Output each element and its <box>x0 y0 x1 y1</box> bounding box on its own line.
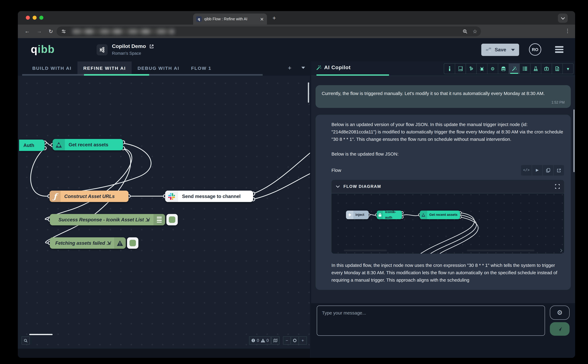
save-button[interactable]: Save <box>481 44 519 56</box>
run-flow-button[interactable] <box>532 165 542 176</box>
node-get-recent-assets[interactable]: Get recent assets <box>52 139 123 150</box>
add-flow-button[interactable]: + <box>288 65 291 72</box>
main-menu-icon[interactable] <box>555 46 563 53</box>
success-output-badge[interactable] <box>166 214 178 225</box>
lock-icon <box>377 211 383 219</box>
message-input-area: ⚙ <box>311 303 575 358</box>
minimize-window-button[interactable] <box>33 16 37 20</box>
docs-tool-button[interactable] <box>455 64 466 74</box>
mini-node-get-recent-assets[interactable]: Get recent assets <box>420 211 460 219</box>
tab-search-button[interactable] <box>558 13 568 23</box>
flow-list-caret[interactable] <box>301 67 305 69</box>
qibb-logo[interactable]: qibb <box>31 43 55 55</box>
iconik-icon <box>420 211 427 219</box>
mini-node-inject[interactable]: inject <box>346 211 369 219</box>
chat-scrollbar[interactable] <box>573 110 575 172</box>
gear-tool-button[interactable]: ⚙ <box>487 64 498 74</box>
assistant-paragraph-2: Below is the updated flow JSON: <box>332 150 564 158</box>
browser-toolbar: ← → ↻ ☆ ⋮ <box>18 25 575 38</box>
new-tab-button[interactable]: + <box>273 15 276 21</box>
minimap-button[interactable] <box>271 336 280 345</box>
mini-wires <box>332 193 564 254</box>
canvas-horizontal-scrollbar[interactable] <box>29 334 52 335</box>
bookmark-star-icon[interactable]: ☆ <box>473 28 477 35</box>
magic-wand-icon <box>316 65 321 70</box>
tab-close-icon[interactable]: ✕ <box>260 17 264 21</box>
send-button[interactable] <box>550 322 569 336</box>
maximize-window-button[interactable] <box>39 16 43 20</box>
branch-tool-button[interactable] <box>466 64 476 74</box>
node-auth[interactable]: Auth <box>19 140 45 151</box>
function-icon: ƒ <box>50 191 61 202</box>
artifact-actions <box>521 165 564 176</box>
assistant-paragraph-3: In this updated flow, the inject node no… <box>332 262 564 284</box>
flow-icon <box>97 44 108 55</box>
issues-counter[interactable]: 0 0 <box>249 336 271 345</box>
mini-node-iconik-auth[interactable]: iconik-auth <box>377 211 402 219</box>
tab-flow-1[interactable]: FLOW 1 <box>185 61 217 76</box>
canvas-search-button[interactable] <box>21 336 30 345</box>
copy-button[interactable] <box>542 165 553 176</box>
info-tool-button[interactable] <box>444 64 455 74</box>
user-message-text: Currently, the flow is triggered manuall… <box>322 91 545 96</box>
zoom-reset-button[interactable] <box>291 336 299 345</box>
user-avatar[interactable]: RO <box>529 43 541 56</box>
node-construct-asset-urls[interactable]: ƒ Construct Asset URLs <box>50 191 129 202</box>
medkit-tool-button[interactable] <box>541 64 552 74</box>
back-button[interactable]: ← <box>25 28 30 34</box>
screen: q qibb Flow : Refine with AI ✕ + ← → ↻ <box>0 0 588 364</box>
forward-button[interactable]: → <box>37 28 42 34</box>
message-timestamp: 1:52 PM <box>322 100 565 106</box>
chat-settings-button[interactable]: ⚙ <box>550 306 569 320</box>
artifact-label: Flow <box>332 167 341 174</box>
save-options-caret[interactable] <box>511 49 515 51</box>
node-fetching-failed[interactable]: Fetching assets failed ⇲ <box>50 237 126 249</box>
node-slack-send-message[interactable]: Send message to channel <box>165 191 253 202</box>
flow-diagram-header[interactable]: FLOW DIAGRAM <box>332 180 564 193</box>
failed-output-badge[interactable] <box>127 237 138 249</box>
send-plane-icon <box>557 326 563 332</box>
site-settings-icon[interactable] <box>60 28 67 35</box>
assistant-message-bubble: q Below is an updated version of your fl… <box>315 115 571 290</box>
zoom-page-icon[interactable] <box>463 29 468 34</box>
document-tool-button[interactable] <box>552 64 562 74</box>
view-code-button[interactable] <box>521 165 532 176</box>
canvas-vertical-scrollbar[interactable] <box>308 82 309 103</box>
space-name: Roman's Space <box>112 51 141 56</box>
layers-tool-button[interactable] <box>498 64 509 74</box>
flow-diagram-preview[interactable]: inject iconik-auth <box>332 193 564 254</box>
message-input[interactable] <box>317 306 545 336</box>
assistant-paragraph-1: Below is an updated version of your flow… <box>332 121 564 143</box>
tab-build-with-ai[interactable]: BUILD WITH AI <box>26 61 77 76</box>
browser-tab[interactable]: q qibb Flow : Refine with AI ✕ <box>193 13 267 25</box>
node-success-response[interactable]: Success Response - Iconik Asset List ⇲ <box>50 214 165 225</box>
toolbar-more-caret[interactable]: ▾ <box>562 64 573 74</box>
traffic-lights <box>26 16 43 20</box>
canvas-bottom-strip <box>18 349 310 358</box>
flow-canvas[interactable]: Auth Get recent assets ƒ Construct Asset… <box>18 76 310 358</box>
flask-tool-button[interactable] <box>530 64 541 74</box>
copilot-tool-button[interactable] <box>509 64 519 74</box>
open-flow-icon[interactable] <box>149 44 154 49</box>
gear-icon: ⚙ <box>557 309 563 316</box>
diagram-scroll-mark <box>344 250 387 251</box>
flow-diagram-card: FLOW DIAGRAM <box>332 180 564 254</box>
close-window-button[interactable] <box>26 16 30 20</box>
tab-refine-with-ai[interactable]: REFINE WITH AI <box>77 61 132 76</box>
flow-title: Copilot Demo <box>112 43 146 50</box>
output-list-icon <box>153 214 165 225</box>
open-external-button[interactable] <box>553 165 564 176</box>
bug-tool-button[interactable] <box>476 64 487 74</box>
browser-menu-icon[interactable]: ⋮ <box>565 28 570 34</box>
reload-button[interactable]: ↻ <box>49 28 53 35</box>
zoom-in-button[interactable]: + <box>299 336 307 345</box>
chat-history[interactable]: Currently, the flow is triggered manuall… <box>311 76 575 303</box>
warning-icon <box>114 237 126 249</box>
tab-debug-with-ai[interactable]: DEBUG WITH AI <box>132 61 185 76</box>
expand-icon[interactable] <box>555 184 560 189</box>
active-tab-underline <box>84 74 149 76</box>
app-header: qibb Copilot Demo Roman's Space <box>18 38 575 61</box>
logs-tool-button[interactable] <box>519 64 530 74</box>
address-bar[interactable]: ☆ <box>57 26 481 36</box>
zoom-out-button[interactable]: − <box>283 336 291 345</box>
